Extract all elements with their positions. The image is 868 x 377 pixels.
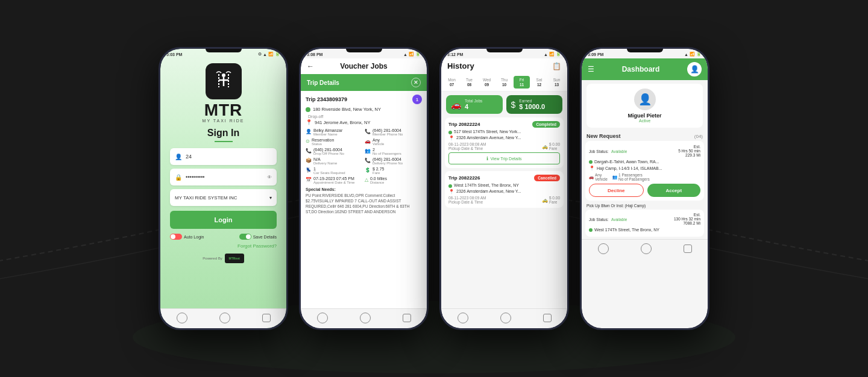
day-wed[interactable]: Wed 09: [479, 76, 495, 89]
car-icon-trip1: 🚕: [542, 144, 548, 149]
req2-pickup-row: West 174Th Street, The Bronx, NY: [589, 227, 700, 232]
signin-title: Sign In: [207, 128, 239, 139]
total-jobs-card: 🚗 Total Jobs 4: [446, 95, 503, 114]
phone-icon-3: 📞: [365, 158, 371, 163]
info-icon: ℹ: [486, 156, 488, 161]
phone-voucher: 3:08 PM ▲ 📶 🔋 ← Voucher Jobs Trip Detail…: [299, 47, 429, 330]
hamburger-icon[interactable]: ☰: [588, 65, 594, 73]
nav-circle-6[interactable]: [500, 313, 511, 323]
day-tue[interactable]: Tue 08: [461, 76, 477, 89]
dropoff-phone-item: 📞 (646) 281-6004 Drop Off Phone No: [306, 148, 363, 155]
trip1-pickup-dot: [448, 131, 452, 134]
pickup-address: 180 Riverside Blvd, New York, NY: [313, 107, 381, 113]
car-icon-trip2: 🚕: [542, 198, 548, 203]
nav-square-1[interactable]: [262, 314, 271, 322]
day-thu[interactable]: Thu 10: [496, 76, 512, 89]
user-avatar-header[interactable]: 👤: [687, 62, 702, 76]
trip1-dropoff-row: 📍 2326 Amsterdam Avenue, New Y...: [448, 136, 560, 141]
delivery-name-lbl: Delivery Name: [313, 161, 337, 165]
login-button[interactable]: Login: [170, 211, 277, 229]
distance-icon: △: [365, 177, 368, 182]
forgot-password-link[interactable]: Forgot Password?: [170, 243, 277, 249]
req2-status-value: Available: [611, 217, 627, 222]
eye-icon[interactable]: 👁: [267, 175, 272, 180]
trip2-datetime-label: Pickup Date & Time: [448, 200, 486, 204]
username-field[interactable]: 👤 24: [170, 148, 277, 165]
phone-dashboard: 3:09 PM ▲ 📶 🔋 ☰ Dashboard 👤 👤 Miguel Pie…: [580, 47, 709, 330]
nav-square-3[interactable]: [543, 314, 552, 322]
datetime-lbl: Appointment Date & Time: [313, 181, 354, 184]
accept-button[interactable]: Accept: [647, 184, 701, 197]
nav-circle-1[interactable]: [177, 313, 187, 323]
history-back-icon[interactable]: ←: [447, 62, 454, 70]
nav-square-2[interactable]: [403, 314, 411, 322]
trip1-fare-label: Fare: [549, 146, 560, 151]
fare-item: 💲 $ 2.75 Fare: [365, 167, 422, 175]
auto-login-toggle-off[interactable]: [170, 234, 182, 240]
nav-circle-5[interactable]: [458, 313, 468, 323]
trip1-datetime: 08-11-2023 08:08 AM: [448, 142, 486, 146]
voucher-header: ← Voucher Jobs: [301, 58, 427, 74]
distance-lbl: Distance: [370, 181, 387, 184]
distance-item: △ 0.0 Miles Distance: [365, 176, 422, 184]
day-sun[interactable]: Sun 13: [549, 76, 565, 89]
pickup-note: Pick Up Btwn Or Inst: (Haji Camp): [582, 204, 708, 210]
member-name-val: Belky Almanzar: [313, 128, 342, 132]
toggle-knob-save: [246, 234, 251, 239]
day-fri[interactable]: Fri 11: [514, 76, 530, 89]
req1-pickup-row: Dargah-E-Tahiri, Awan Town, RA...: [589, 159, 700, 164]
company-select[interactable]: MY TAXI RIDE SYSTEM INC ▾: [170, 189, 277, 206]
bottom-nav-4: [582, 239, 708, 259]
passengers-lbl: No of Passengers: [373, 152, 401, 155]
trip-details-label: Trip Details: [307, 79, 339, 86]
view-trip-button[interactable]: ℹ View Trip Details: [448, 152, 560, 164]
day-mon[interactable]: Mon 07: [444, 76, 460, 89]
req2-pickup-dot: [589, 228, 593, 232]
mtrnet-logo: MTRnet: [225, 254, 244, 263]
trip1-dropoff-pin: 📍: [448, 136, 454, 141]
nav-circle-8[interactable]: [641, 243, 652, 254]
trip1-header: Trip 20822224 Completed: [448, 121, 560, 128]
req1-est-dist: 229.3 Mi: [678, 153, 700, 157]
password-field[interactable]: 🔒 •••••••••• 👁: [170, 169, 277, 185]
request-card-1: Job Status: Available Est. 5 Hrs 50 min …: [585, 141, 704, 201]
status-time-4: 3:09 PM: [588, 52, 603, 57]
car-stat-icon: 🚗: [451, 100, 461, 110]
member-phone-item: 📞 (646) 281-6004 Member Phone No: [365, 128, 422, 136]
trip2-fare: $ 0.00: [549, 196, 560, 200]
req1-pickup: Dargah-E-Tahiri, Awan Town, RA...: [594, 159, 659, 164]
nav-circle-2[interactable]: [219, 313, 230, 323]
nav-circle-7[interactable]: [598, 243, 609, 254]
dropoff-label: Drop-off: [308, 114, 422, 119]
datetime-val: 07-19-2023 07:45 PM: [313, 176, 354, 181]
auto-login-toggle[interactable]: Auto Login: [170, 234, 204, 240]
nav-square-4[interactable]: [684, 245, 692, 253]
back-arrow-icon[interactable]: ←: [307, 62, 314, 70]
req2-pickup: West 174Th Street, The Bronx, NY: [594, 227, 659, 232]
status-item: ⊙ Reservation Status: [306, 138, 363, 146]
decline-button[interactable]: Decline: [589, 184, 644, 197]
req1-passengers-item: 👥 1 Passengers No of Passengers: [612, 173, 650, 181]
status-icons-2: ▲ 📶 🔋: [403, 52, 421, 57]
save-details-toggle[interactable]: Save Details: [239, 234, 277, 240]
calendar-icon-2: 📅: [306, 177, 312, 182]
company-value: MY TAXI RIDE SYSTEM INC: [175, 195, 237, 201]
history-calendar-icon[interactable]: 📋: [552, 62, 561, 70]
total-jobs-value: 4: [465, 103, 482, 110]
fare-icon: 💲: [365, 167, 371, 173]
day-sat[interactable]: Sat 12: [531, 76, 547, 89]
new-request-header: New Request (04): [582, 131, 708, 141]
close-icon[interactable]: ✕: [411, 78, 421, 87]
trip2-pickup: West 174Th Street, The Bronx, NY: [454, 183, 519, 187]
save-details-toggle-on[interactable]: [239, 234, 251, 240]
delivery-phone-item: 📞 (646) 281-6004 Delivery Phone No: [365, 157, 422, 165]
trip-details-bar: Trip Details ✕: [301, 74, 427, 91]
req2-meta-row: Job Status: Available Est. 130 Hrs 32 mi…: [589, 213, 700, 225]
days-bar: Mon 07 Tue 08 Wed 09 Thu 10 Fri 11: [441, 73, 567, 92]
nav-circle-4[interactable]: [360, 313, 371, 323]
req1-est-label: Est.: [678, 145, 700, 149]
nav-circle-3[interactable]: [317, 313, 328, 323]
seat-icon: 💺: [306, 167, 312, 173]
trip-card-2: Trip 20822226 Cancelled West 174Th Stree…: [445, 171, 564, 208]
req1-vehicle: Any: [595, 173, 608, 177]
